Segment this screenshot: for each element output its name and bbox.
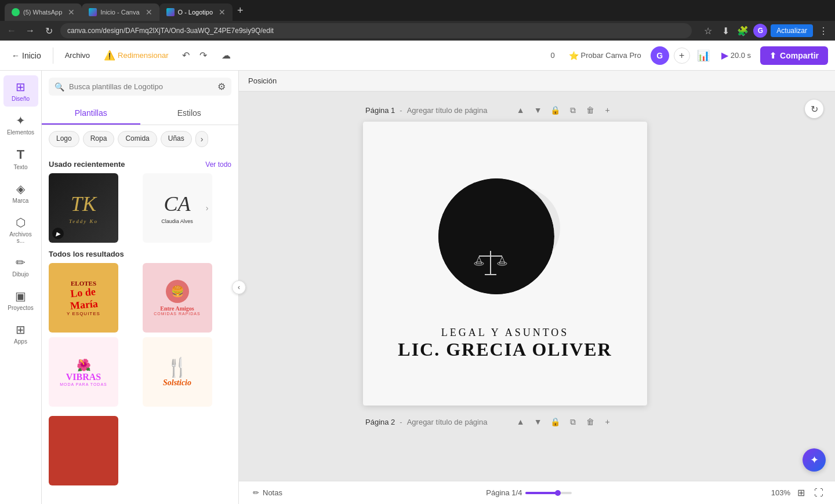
redo-button[interactable]: ↷ (195, 48, 211, 64)
svg-point-4 (438, 178, 554, 294)
template-card-entre-amigos[interactable]: 🍔 Entre Amigos COMIDAS RAPIDAS (143, 263, 212, 333)
page2-add-button[interactable]: + (601, 415, 615, 429)
archivo-label: Archivo (65, 51, 90, 60)
user-avatar[interactable]: G (651, 46, 669, 65)
page-1-title-input[interactable] (407, 106, 504, 115)
redimensionar-button[interactable]: ⚠️ Redimensionar (99, 48, 173, 63)
canva-app: ← Inicio Archivo ⚠️ Redimensionar ↶ ↷ ☁ … (0, 41, 835, 504)
present-button[interactable]: ▶ 20.0 s (717, 48, 756, 63)
chip-logo[interactable]: Logo (49, 131, 79, 147)
home-button[interactable]: ← Inicio (7, 49, 46, 63)
template-card-1[interactable]: TK Teddy Ko ▶ (49, 173, 118, 243)
extensions-button[interactable]: 🧩 (736, 24, 750, 38)
left-sidebar: ⊞ Diseño ✦ Elementos T Texto ◈ Marca ⬡ A… (0, 71, 42, 504)
page2-down-button[interactable]: ▼ (531, 415, 545, 429)
page-up-button[interactable]: ▲ (514, 103, 528, 117)
menu-button[interactable]: ⋮ (816, 24, 830, 38)
play-icon: ▶ (721, 50, 728, 61)
sidebar-item-marca[interactable]: ◈ Marca (3, 177, 38, 209)
share-icon: ⬆ (769, 51, 776, 60)
page2-up-button[interactable]: ▲ (514, 415, 528, 429)
hide-panel-button[interactable]: ‹ (232, 280, 246, 294)
fullscreen-button[interactable]: ⛶ (812, 485, 826, 501)
page-2-title-input[interactable] (407, 418, 504, 426)
page-down-button[interactable]: ▼ (531, 103, 545, 117)
projects-icon: ▣ (15, 289, 26, 303)
template-card-solsticio[interactable]: 🍴 Solsticio (143, 337, 212, 407)
recently-used-grid: TK Teddy Ko ▶ CA Claudia Alves › (49, 173, 231, 243)
sidebar-label-proyectos: Proyectos (8, 305, 33, 311)
browser-address-bar-row: ← → ↻ ☆ ⬇ 🧩 G Actualizar ⋮ (0, 21, 835, 41)
sidebar-item-texto[interactable]: T Texto (3, 143, 38, 175)
bottom-left: ✏ Notas (248, 486, 287, 499)
sidebar-item-elementos[interactable]: ✦ Elementos (3, 109, 38, 140)
bottom-center: Página 1/4 (486, 488, 572, 497)
sidebar-label-diseno: Diseño (12, 96, 30, 102)
tab-bar: (5) WhatsApp ✕ Inicio - Canva ✕ O - Logo… (0, 0, 835, 21)
search-input[interactable] (69, 82, 213, 91)
address-bar[interactable] (60, 23, 692, 38)
canvas-scroll[interactable]: Página 1 - ▲ ▼ 🔒 ⧉ 🗑 + (239, 92, 835, 481)
brand-icon: ◈ (16, 182, 25, 196)
share-button[interactable]: ⬆ Compartir (760, 46, 828, 65)
download-button[interactable]: ⬇ (718, 24, 732, 38)
profile-button[interactable]: G (753, 24, 767, 38)
page-duplicate-button[interactable]: ⧉ (566, 103, 580, 117)
page2-lock-button[interactable]: 🔒 (549, 415, 562, 429)
chip-ropa[interactable]: Ropa (83, 131, 115, 147)
canvas-page-1[interactable]: LEGAL Y ASUNTOS LIC. GRECIA OLIVER (363, 122, 647, 406)
sidebar-item-archivos[interactable]: ⬡ Archivos s... (3, 211, 38, 249)
notes-button[interactable]: ✏ Notas (248, 486, 287, 499)
tab-plantillas[interactable]: Plantillas (42, 103, 140, 125)
add-team-button[interactable]: + (674, 48, 690, 64)
grid-view-button[interactable]: ⊞ (795, 485, 807, 501)
archivo-button[interactable]: Archivo (60, 49, 95, 62)
template-card-2[interactable]: CA Claudia Alves › (143, 173, 212, 243)
new-tab-button[interactable]: + (233, 5, 248, 17)
text-icon: T (17, 147, 24, 162)
page-lock-button[interactable]: 🔒 (549, 103, 562, 117)
template-card-extra1[interactable] (49, 416, 118, 485)
sidebar-label-dibujo: Dibujo (12, 271, 28, 277)
page-delete-button[interactable]: 🗑 (583, 103, 597, 117)
template-card-vibras[interactable]: 🌺 VIBRAS moda para todas (49, 337, 118, 407)
draw-icon: ✏ (16, 255, 26, 269)
chips-scroll-arrow[interactable]: › (195, 131, 209, 147)
sidebar-item-proyectos[interactable]: ▣ Proyectos (3, 284, 38, 316)
bookmark-button[interactable]: ☆ (701, 24, 715, 38)
tab-canva-inicio[interactable]: Inicio - Canva ✕ (82, 3, 159, 21)
chip-comida[interactable]: Comida (118, 131, 157, 147)
refresh-button[interactable]: ↻ (805, 100, 823, 118)
back-button[interactable]: ← (5, 24, 19, 38)
analytics-button[interactable]: 📊 (695, 47, 712, 64)
sidebar-item-dibujo[interactable]: ✏ Dibujo (3, 251, 38, 282)
page-1-icons: ▲ ▼ 🔒 ⧉ 🗑 + (514, 103, 615, 117)
tab-estilos[interactable]: Estilos (140, 103, 239, 125)
sidebar-item-apps[interactable]: ⊞ Apps (3, 318, 38, 349)
notes-icon: ✏ (253, 488, 259, 497)
tab-canva-logotipo[interactable]: O - Logotipo ✕ (159, 3, 233, 21)
reload-button[interactable]: ↻ (42, 24, 56, 38)
forward-button[interactable]: → (23, 24, 37, 38)
update-browser-button[interactable]: Actualizar (771, 24, 813, 37)
all-results-header: Todos los resultados (49, 243, 231, 263)
grid-icon: ⊞ (16, 80, 26, 94)
ai-assistant-button[interactable]: ✦ (803, 448, 826, 472)
browser-chrome: (5) WhatsApp ✕ Inicio - Canva ✕ O - Logo… (0, 0, 835, 41)
ver-todo-button[interactable]: Ver todo (205, 160, 231, 169)
templates-panel: 🔍 ⚙ Plantillas Estilos Logo Ropa Comida … (42, 71, 239, 504)
home-label: Inicio (22, 51, 41, 60)
tab-whatsapp[interactable]: (5) WhatsApp ✕ (5, 3, 82, 21)
try-pro-button[interactable]: ⭐ Probar Canva Pro (564, 49, 646, 63)
panel-tab-row: Plantillas Estilos (42, 103, 238, 125)
template-card-elotes[interactable]: ELOTES Lo deMaría Y ESQUITES (49, 263, 118, 333)
undo-button[interactable]: ↶ (177, 48, 194, 64)
page-add-button[interactable]: + (601, 103, 615, 117)
sidebar-item-diseno[interactable]: ⊞ Diseño (3, 75, 38, 107)
page2-delete-button[interactable]: 🗑 (583, 415, 597, 429)
cloud-save-button[interactable]: ☁ (218, 48, 234, 64)
page2-duplicate-button[interactable]: ⧉ (566, 415, 580, 429)
notes-label: Notas (263, 488, 282, 497)
filter-icon[interactable]: ⚙ (217, 81, 226, 92)
chip-unas[interactable]: Uñas (161, 131, 192, 147)
